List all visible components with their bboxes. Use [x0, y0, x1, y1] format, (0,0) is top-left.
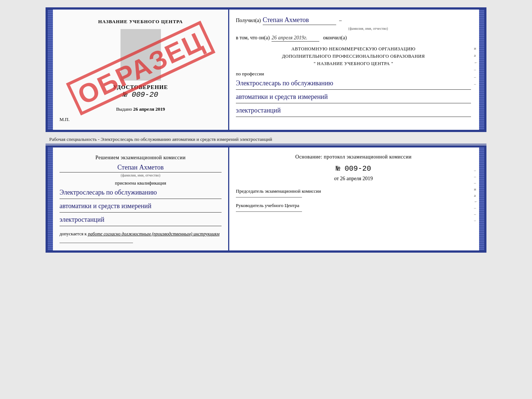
- vydano-block: Выдано 26 апреля 2019: [60, 106, 222, 112]
- vtom-line: в том, что он(а) 26 апреля 2019г. окончи…: [236, 35, 471, 42]
- prof-line1: Электрослесарь по обслуживанию: [236, 78, 471, 90]
- mp-label: М.П.: [60, 117, 69, 122]
- booklet-spine-left: [48, 10, 53, 130]
- kvalif-line2: автоматики и средств измерений: [60, 201, 222, 213]
- org-block: АВТОНОМНУЮ НЕКОММЕРЧЕСКУЮ ОРГАНИЗАЦИЮ ДО…: [236, 45, 471, 67]
- vtom-okoncil: окончил(а): [323, 35, 347, 41]
- vydano-date: 26 апреля 2019: [133, 106, 165, 112]
- predsedatel-block: Председатель экзаменационной комиссии: [236, 188, 471, 197]
- kvalif-line1: Электрослесарь по обслуживанию: [60, 188, 222, 199]
- dopusk-label: допускается к: [60, 231, 87, 236]
- bottom-fio-sub: (фамилия, имя, отчество): [60, 173, 222, 177]
- osnovanie-title: Основание: протокол экзаменационной коми…: [236, 154, 471, 160]
- org-line3: " НАЗВАНИЕ УЧЕБНОГО ЦЕНТРА ": [236, 60, 471, 67]
- top-booklet: НАЗВАНИЕ УЧЕБНОГО ЦЕНТРА УДОСТОВЕРЕНИЕ №…: [46, 7, 486, 132]
- booklet-spine-right: [479, 10, 484, 130]
- rukovoditel-title: Руководитель учебного Центра: [236, 203, 299, 208]
- udostoverenie-block: УДОСТОВЕРЕНИЕ № 009-20: [60, 84, 222, 99]
- top-right-page: Получил(а) Степан Ахметов – (фамилия, им…: [229, 10, 479, 130]
- cert-title: НАЗВАНИЕ УЧЕБНОГО ЦЕНТРА: [60, 19, 222, 25]
- bottom-spine-right: [479, 147, 484, 250]
- separator-text: Рабочая специальность - Электрослесарь п…: [46, 135, 486, 145]
- predsedatel-signline: [236, 197, 302, 197]
- right-side-deco: и а ← – – –: [474, 46, 479, 87]
- poprofessii-label: по профессии: [236, 71, 471, 77]
- udostoverenie-label: УДОСТОВЕРЕНИЕ: [60, 84, 222, 90]
- rukovoditel-block: Руководитель учебного Центра: [236, 203, 471, 212]
- prof-line2: автоматики и средств измерений: [236, 92, 471, 103]
- ot-date: от 26 апреля 2019: [236, 176, 471, 182]
- org-line1: АВТОНОМНУЮ НЕКОММЕРЧЕСКУЮ ОРГАНИЗАЦИЮ: [236, 45, 471, 53]
- resheniem-title: Решением экзаменационной комиссии: [60, 155, 222, 161]
- komissia-name: Степан Ахметов: [60, 164, 222, 172]
- rukovoditel-signline: [236, 211, 302, 212]
- mp-block: М.П.: [60, 117, 222, 122]
- bottom-right-side-deco: – – – и а ← – – –: [474, 168, 479, 222]
- vtom-label: в том, что он(а): [236, 35, 270, 41]
- poluchil-label: Получил(а): [236, 18, 261, 24]
- bottom-kvalif-block: Электрослесарь по обслуживанию автоматик…: [60, 188, 222, 226]
- poluchil-name: Степан Ахметов: [263, 16, 336, 25]
- fio-subtitle: (фамилия, имя, отчество): [265, 26, 471, 31]
- profession-block: Электрослесарь по обслуживанию автоматик…: [236, 78, 471, 117]
- bottom-spine-left: [48, 147, 53, 250]
- dopusk-value: работе согласно должностным (производств…: [88, 231, 219, 236]
- bottom-left-signline: [60, 243, 133, 243]
- predsedatel-title: Председатель экзаменационной комиссии: [236, 188, 321, 194]
- bottom-booklet: Решением экзаменационной комиссии Степан…: [46, 145, 486, 253]
- dopuskaetsa-block: допускается к работе согласно должностны…: [60, 231, 222, 237]
- udostoverenie-num: № 009-20: [60, 90, 222, 99]
- protocol-num: № 009-20: [236, 164, 471, 173]
- photo-placeholder: [121, 29, 161, 81]
- prof-line3: электростанций: [236, 106, 471, 117]
- bottom-right-page: Основание: протокол экзаменационной коми…: [229, 147, 479, 250]
- org-line2: ДОПОЛНИТЕЛЬНОГО ПРОФЕССИОНАЛЬНОГО ОБРАЗО…: [236, 53, 471, 60]
- vtom-date: 26 апреля 2019г.: [272, 35, 319, 42]
- prisvoena-label: присвоена квалификация: [60, 180, 222, 186]
- poluchil-line: Получил(а) Степан Ахметов –: [236, 16, 471, 25]
- kvalif-line3: электростанций: [60, 215, 222, 226]
- vydano-label: Выдано: [116, 106, 132, 112]
- bottom-left-page: Решением экзаменационной комиссии Степан…: [53, 147, 229, 250]
- top-left-page: НАЗВАНИЕ УЧЕБНОГО ЦЕНТРА УДОСТОВЕРЕНИЕ №…: [53, 10, 229, 130]
